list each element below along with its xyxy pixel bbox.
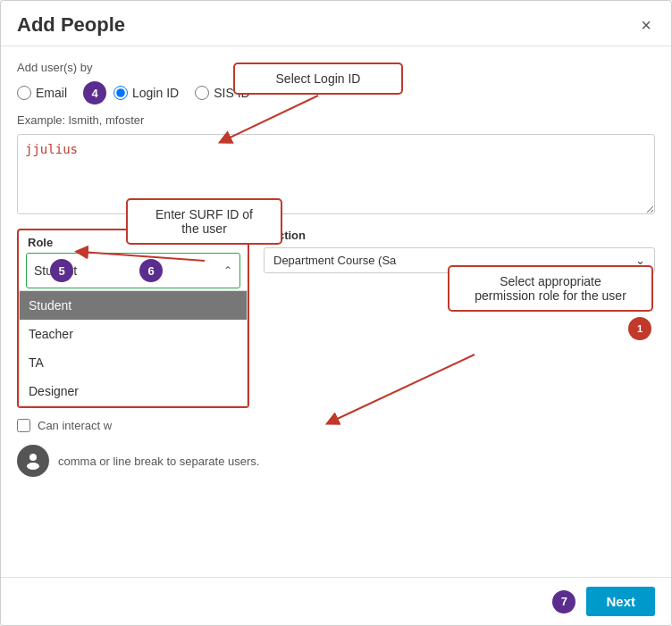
role-item-designer[interactable]: Designer [20, 377, 247, 405]
login-id-radio-option[interactable]: Login ID [113, 86, 179, 100]
login-id-radio[interactable] [113, 86, 128, 100]
email-label: Email [36, 86, 67, 100]
section-value-text: Department Course (Sa [273, 254, 396, 267]
email-radio[interactable] [17, 86, 31, 100]
can-interact-label: Can interact w [38, 419, 112, 432]
user-avatar [17, 445, 49, 477]
svg-point-0 [29, 454, 37, 461]
step6-badge: 6 [139, 259, 163, 282]
role-container: Role Student 6 ⌃ Student Teacher TA Desi… [17, 229, 249, 408]
step7-badge: 7 [552, 590, 575, 613]
section-chevron-icon: ⌄ [635, 254, 645, 267]
step4-badge: 4 [83, 81, 106, 104]
role-section-row: Role Student 6 ⌃ Student Teacher TA Desi… [17, 229, 655, 408]
separator-text: comma or line break to separate users. [58, 455, 259, 468]
role-select-box[interactable]: Student 6 ⌃ [26, 253, 240, 288]
user-input-wrapper: jjulius [17, 134, 655, 218]
role-dropdown: Student Teacher TA Designer [19, 290, 248, 406]
role-item-student[interactable]: Student [20, 291, 247, 320]
sis-id-radio[interactable] [195, 86, 209, 100]
next-button[interactable]: Next [586, 587, 655, 616]
next-btn-wrapper: 7 Next [552, 587, 655, 616]
modal-footer: 7 Next [1, 577, 671, 625]
add-users-label: Add user(s) by [17, 61, 655, 74]
user-input-field[interactable]: jjulius [17, 134, 655, 214]
role-item-teacher[interactable]: Teacher [20, 320, 247, 348]
can-interact-row: Can interact w [17, 419, 655, 432]
sis-id-label: SIS ID [214, 86, 249, 100]
login-id-radio-wrapper: 4 Login ID [83, 81, 179, 104]
login-id-label: Login ID [132, 86, 179, 100]
can-interact-checkbox[interactable] [17, 419, 30, 432]
email-radio-option[interactable]: Email [17, 86, 67, 100]
selected-role-text: Student [34, 263, 77, 278]
section-select[interactable]: Department Course (Sa ⌄ [264, 247, 655, 273]
close-button[interactable]: × [637, 15, 655, 36]
svg-point-1 [27, 463, 39, 470]
example-text: Example: lsmith, mfoster [17, 113, 655, 127]
section-container: Section Department Course (Sa ⌄ [264, 229, 655, 273]
section-label: Section [264, 229, 655, 242]
role-item-ta[interactable]: TA [20, 348, 247, 377]
role-chevron-icon: ⌃ [223, 264, 232, 277]
avatar-icon [23, 451, 43, 471]
role-label: Role [19, 230, 248, 253]
sis-id-radio-option[interactable]: SIS ID [195, 86, 249, 100]
modal-title: Add People [17, 13, 125, 37]
modal-body: Add user(s) by Email 4 Login ID SIS ID E… [1, 46, 671, 500]
modal-header: Add People × [1, 1, 671, 46]
separator-row: comma or line break to separate users. [17, 445, 655, 477]
radio-group: Email 4 Login ID SIS ID [17, 81, 655, 104]
add-people-modal: Add People × Add user(s) by Email 4 Logi… [0, 0, 672, 626]
